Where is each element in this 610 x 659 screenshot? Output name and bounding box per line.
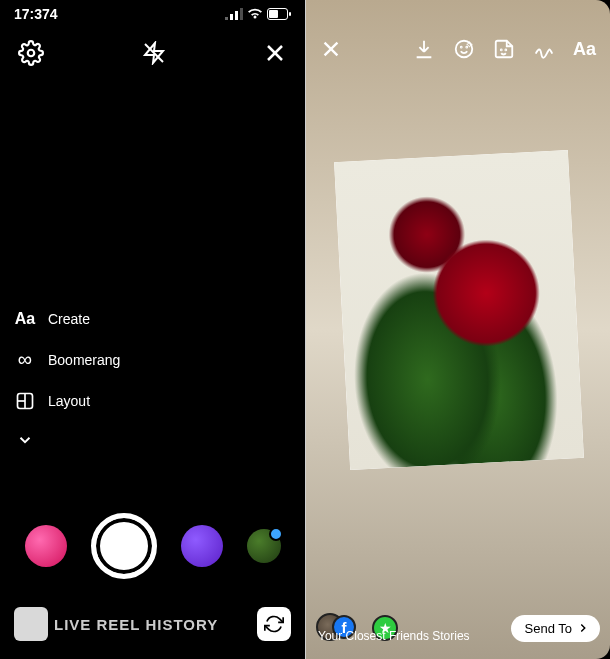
filter-pink-sparkle[interactable] <box>25 525 67 567</box>
mode-label: Layout <box>48 393 90 409</box>
text-icon: Aa <box>12 310 38 328</box>
svg-rect-0 <box>225 17 228 20</box>
story-photo[interactable] <box>334 150 584 470</box>
chevron-down-icon <box>12 431 38 449</box>
gear-icon <box>18 40 44 66</box>
mode-label: Create <box>48 311 90 327</box>
svg-rect-5 <box>269 10 278 18</box>
story-editor-panel: Aa f ★ Send To Your Closest Friends Stor… <box>305 0 610 659</box>
svg-point-21 <box>505 49 506 50</box>
download-button[interactable] <box>413 38 435 60</box>
smiley-sparkle-icon <box>453 38 475 60</box>
camera-bottom-tabs: LIVE REEL HISTORY <box>0 607 305 641</box>
mode-create[interactable]: Aa Create <box>12 310 120 328</box>
photo-content-roses <box>334 150 584 470</box>
flash-off-icon <box>142 41 166 65</box>
scribble-icon <box>533 38 555 60</box>
close-button[interactable] <box>263 41 287 65</box>
text-tool-button[interactable]: Aa <box>573 39 596 60</box>
battery-icon <box>267 8 291 20</box>
mode-tabs[interactable]: LIVE REEL HISTORY <box>54 616 251 633</box>
mode-layout[interactable]: Layout <box>12 391 120 411</box>
svg-rect-3 <box>240 8 243 20</box>
send-to-button[interactable]: Send To <box>511 615 600 642</box>
download-icon <box>413 38 435 60</box>
infinity-icon: ∞ <box>12 348 38 371</box>
editor-toolbar: Aa <box>306 38 610 60</box>
filter-carousel[interactable] <box>0 513 305 579</box>
filter-green-mask[interactable] <box>247 529 281 563</box>
switch-camera-icon <box>264 614 284 634</box>
share-row-label: Your Closest Friends Stories <box>318 629 470 643</box>
status-bar: 17:374 <box>0 0 305 22</box>
mode-boomerang[interactable]: ∞ Boomerang <box>12 348 120 371</box>
chevron-right-icon <box>576 621 590 635</box>
camera-top-bar <box>0 22 305 76</box>
sticker-icon <box>493 38 515 60</box>
mode-more[interactable] <box>12 431 120 449</box>
svg-point-18 <box>461 47 462 48</box>
send-label: Send To <box>525 621 572 636</box>
camera-mode-list: Aa Create ∞ Boomerang Layout <box>12 310 120 449</box>
editor-close-button[interactable] <box>320 38 342 60</box>
close-icon <box>320 38 342 60</box>
close-icon <box>263 41 287 65</box>
shutter-button[interactable] <box>91 513 157 579</box>
stickers-button[interactable] <box>493 38 515 60</box>
svg-point-19 <box>466 47 467 48</box>
svg-rect-2 <box>235 11 238 20</box>
svg-point-20 <box>501 49 502 50</box>
signal-icon <box>225 8 243 20</box>
draw-button[interactable] <box>533 38 555 60</box>
camera-panel: 17:374 Aa Create ∞ Boomerang <box>0 0 305 659</box>
status-icons <box>225 8 291 20</box>
share-bar: f ★ Send To Your Closest Friends Stories <box>306 613 610 643</box>
wifi-icon <box>247 8 263 20</box>
filter-purple-glow[interactable] <box>181 525 223 567</box>
settings-button[interactable] <box>18 40 44 66</box>
svg-rect-6 <box>289 12 291 16</box>
switch-camera-button[interactable] <box>257 607 291 641</box>
mode-label: Boomerang <box>48 352 120 368</box>
status-time: 17:374 <box>14 6 58 22</box>
svg-point-7 <box>28 50 35 57</box>
flash-toggle[interactable] <box>142 41 166 65</box>
effects-button[interactable] <box>453 38 475 60</box>
layout-icon <box>12 391 38 411</box>
gallery-button[interactable] <box>14 607 48 641</box>
svg-rect-1 <box>230 14 233 20</box>
